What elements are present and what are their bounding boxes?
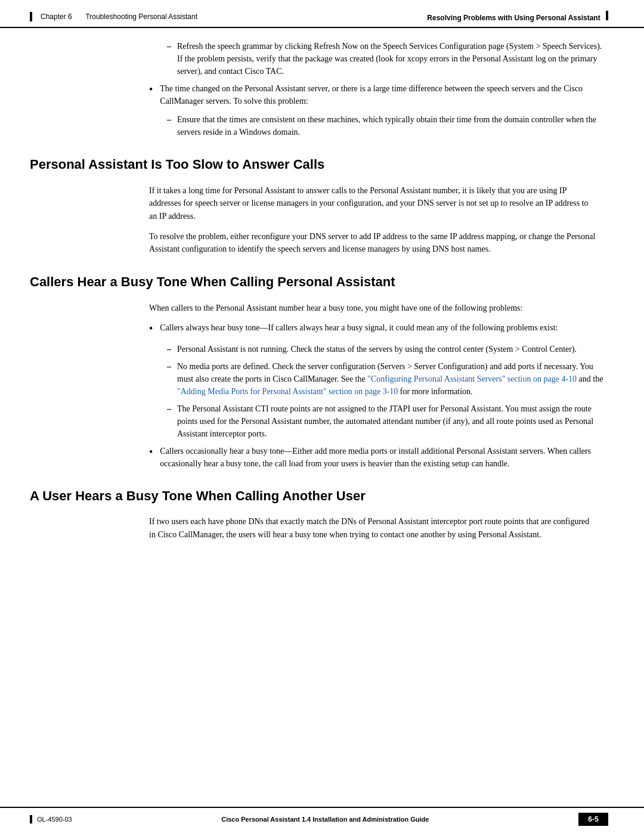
dash-mark-s2-2: – [167,360,171,398]
page-footer: OL-4590-03 Cisco Personal Assistant 1.4 … [0,807,644,833]
dash2-text-after: for more information. [398,387,472,396]
section1-heading: Personal Assistant Is Too Slow to Answer… [30,156,608,174]
footer-doc-number: OL-4590-03 [37,816,72,823]
section2-bullet2-text: Callers occasionally hear a busy tone—Ei… [160,445,608,470]
dash-mark-2: – [167,113,171,138]
intro-dash-1-text: Refresh the speech grammar by clicking R… [177,40,608,78]
dash2-text-middle: and the [577,374,603,383]
section2-dash1-text: Personal Assistant is not running. Check… [177,343,608,355]
page: Chapter 6 Troubleshooting Personal Assis… [0,0,644,833]
intro-dash-1: – Refresh the speech grammar by clicking… [30,40,608,78]
section3-para1: If two users each have phone DNs that ex… [30,515,608,541]
page-header: Chapter 6 Troubleshooting Personal Assis… [0,0,644,28]
intro-dash-2-text: Ensure that the times are consistent on … [177,113,608,138]
intro-bullet-1-text: The time changed on the Personal Assista… [160,82,608,107]
bullet-dot-s2-2: • [149,445,153,470]
section2-dash1: – Personal Assistant is not running. Che… [30,343,608,355]
intro-dash-2: – Ensure that the times are consistent o… [30,113,608,138]
section2-bullet1: • Callers always hear busy tone—If calle… [30,321,608,336]
section2-intro-para: When callers to the Personal Assistant n… [30,302,608,315]
bullet-dot-1: • [149,82,153,107]
footer-center: Cisco Personal Assistant 1.4 Installatio… [72,816,578,823]
section2-dash3-text: The Personal Assistant CTI route points … [177,402,608,440]
bullet-dot-s2-1: • [149,321,153,336]
section2-dash2-text: No media ports are defined. Check the se… [177,360,608,398]
section2-bullet2: • Callers occasionally hear a busy tone—… [30,445,608,470]
header-bar-right [606,11,608,20]
dash2-link2[interactable]: "Adding Media Ports for Personal Assista… [177,387,398,396]
dash-mark-s2-1: – [167,343,171,355]
dash2-link1[interactable]: "Configuring Personal Assistant Servers"… [367,374,577,383]
header-bar-left [30,12,32,21]
header-left: Chapter 6 Troubleshooting Personal Assis… [30,12,197,21]
section2-dash3: – The Personal Assistant CTI route point… [30,402,608,440]
section2-bullet1-text: Callers always hear busy tone—If callers… [160,321,608,336]
footer-center-text: Cisco Personal Assistant 1.4 Installatio… [221,816,429,823]
footer-page-number: 6-5 [578,813,608,826]
header-right: Resolving Problems with Using Personal A… [427,11,608,22]
section2-dash2: – No media ports are defined. Check the … [30,360,608,398]
section1-para1: If it takes a long time for Personal Ass… [30,184,608,223]
footer-left: OL-4590-03 [30,815,72,823]
intro-bullet-1: • The time changed on the Personal Assis… [30,82,608,107]
section1-para2: To resolve the problem, either reconfigu… [30,230,608,256]
chapter-title: Troubleshooting Personal Assistant [85,13,197,21]
dash-mark-s2-3: – [167,402,171,440]
section3-heading: A User Hears a Busy Tone When Calling An… [30,488,608,505]
header-right-text: Resolving Problems with Using Personal A… [427,14,600,22]
dash-mark-1: – [167,40,171,78]
footer-bar [30,815,32,823]
section2-heading: Callers Hear a Busy Tone When Calling Pe… [30,274,608,291]
chapter-label: Chapter 6 [41,13,72,21]
main-content: – Refresh the speech grammar by clicking… [0,34,644,596]
